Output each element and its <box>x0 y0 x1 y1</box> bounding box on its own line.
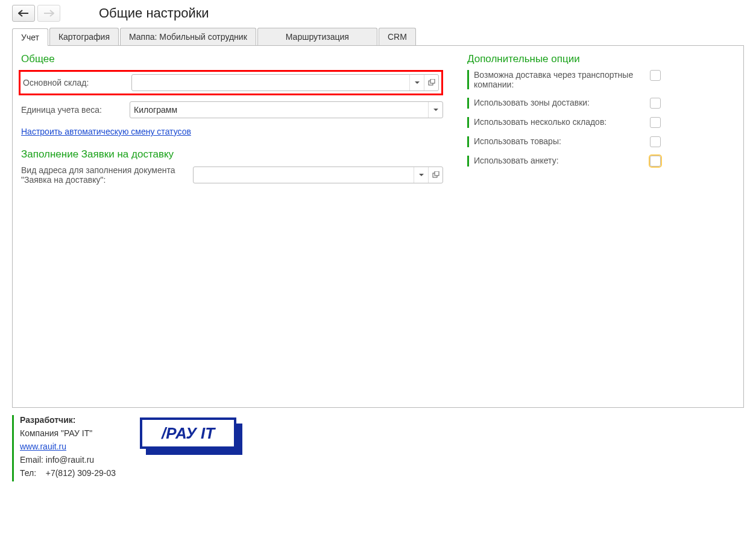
option-goods-checkbox[interactable] <box>650 136 661 147</box>
main-warehouse-dropdown-btn[interactable] <box>409 75 424 90</box>
phone-value: +7(812) 309-29-03 <box>46 468 116 478</box>
developer-url[interactable]: www.rauit.ru <box>20 442 66 451</box>
tab-cartography[interactable]: Картография <box>49 28 119 45</box>
developer-logo: /РАУ IT <box>140 417 242 456</box>
developer-label: Разработчик: <box>20 415 116 425</box>
section-general-title: Общее <box>21 53 443 65</box>
option-survey-label: Использовать анкету: <box>474 156 643 165</box>
option-survey-checkbox[interactable] <box>650 156 661 167</box>
chevron-down-icon <box>415 81 420 84</box>
address-type-row: Вид адреса для заполнения документа "Зая… <box>21 165 443 185</box>
weight-unit-dropdown-btn[interactable] <box>428 102 443 118</box>
address-type-label: Вид адреса для заполнения документа "Зая… <box>21 165 193 185</box>
arrow-left-icon <box>18 10 29 17</box>
weight-unit-combo[interactable]: Килограмм <box>130 101 443 118</box>
chevron-down-icon <box>433 109 438 112</box>
tab-mappa-mobile[interactable]: Маппа: Мобильный сотрудник <box>120 28 256 45</box>
email-value: info@rauit.ru <box>46 455 94 465</box>
option-zones-checkbox[interactable] <box>650 98 661 109</box>
address-type-open-btn[interactable] <box>428 167 443 183</box>
weight-unit-row: Единица учета веса: Килограмм <box>21 101 443 118</box>
option-multiple-warehouses: Использовать несколько складов: <box>467 117 735 128</box>
open-dialog-icon <box>428 79 435 86</box>
open-dialog-icon <box>432 171 439 179</box>
svg-rect-3 <box>435 171 439 176</box>
main-warehouse-row: Основной склад: <box>19 70 443 95</box>
section-options-title: Дополнительные опции <box>467 53 735 65</box>
main-warehouse-open-btn[interactable] <box>424 75 438 90</box>
option-use-goods: Использовать товары: <box>467 136 735 147</box>
svg-rect-1 <box>430 79 435 83</box>
option-zones-label: Использовать зоны доставки: <box>474 98 643 107</box>
address-type-combo[interactable] <box>193 167 443 183</box>
footer: Разработчик: Компания "РАУ IT" www.rauit… <box>12 415 744 481</box>
forward-button[interactable] <box>37 5 60 22</box>
configure-status-link[interactable]: Настроить автоматическую смену статусов <box>21 127 191 136</box>
tabs-bar: Учет Картография Маппа: Мобильный сотруд… <box>12 28 744 46</box>
address-type-value[interactable] <box>194 167 414 183</box>
weight-unit-label: Единица учета веса: <box>21 105 130 115</box>
option-warehouses-checkbox[interactable] <box>650 117 661 128</box>
chevron-down-icon <box>419 174 424 177</box>
tab-routing[interactable]: Маршрутизация <box>257 28 377 45</box>
tab-accounting[interactable]: Учет <box>12 28 48 46</box>
logo-box: /РАУ IT <box>140 417 236 449</box>
option-transport-companies: Возможна доставка через транспортные ком… <box>467 70 735 89</box>
email-label: Email: <box>20 455 43 465</box>
section-fill-title: Заполнение Заявки на доставку <box>21 148 443 160</box>
developer-company: Компания "РАУ IT" <box>20 428 116 438</box>
main-warehouse-value[interactable] <box>132 75 409 90</box>
option-goods-label: Использовать товары: <box>474 136 643 146</box>
option-delivery-zones: Использовать зоны доставки: <box>467 98 735 109</box>
address-type-dropdown-btn[interactable] <box>414 167 428 183</box>
page-title: Общие настройки <box>99 5 209 21</box>
option-use-survey: Использовать анкету: <box>467 156 735 167</box>
tab-crm[interactable]: CRM <box>379 28 416 45</box>
phone-label: Тел: <box>20 468 36 478</box>
main-warehouse-combo[interactable] <box>131 74 439 91</box>
option-transport-checkbox[interactable] <box>650 70 661 81</box>
arrow-right-icon <box>43 10 54 17</box>
developer-email: Email: info@rauit.ru <box>20 455 116 465</box>
option-transport-label: Возможна доставка через транспортные ком… <box>474 70 643 89</box>
main-warehouse-label: Основной склад: <box>23 78 131 87</box>
back-button[interactable] <box>12 5 35 22</box>
developer-phone: Тел: +7(812) 309-29-03 <box>20 468 116 478</box>
weight-unit-value[interactable]: Килограмм <box>130 102 428 118</box>
option-warehouses-label: Использовать несколько складов: <box>474 117 643 127</box>
